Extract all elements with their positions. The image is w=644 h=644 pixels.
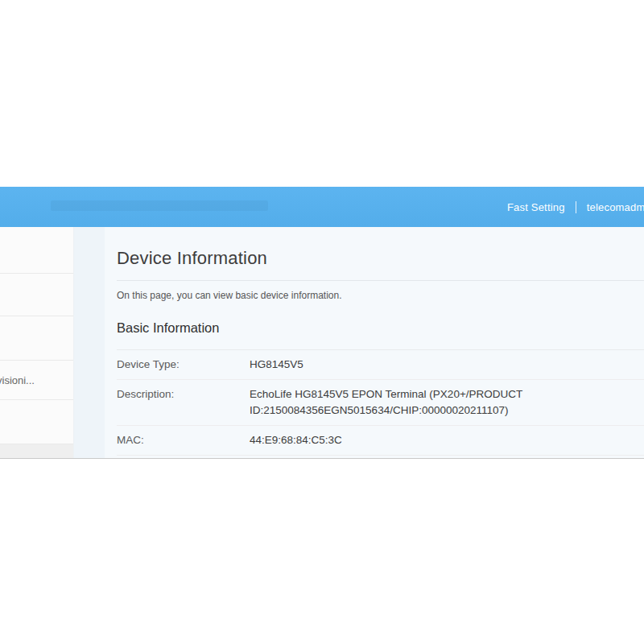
section-title-basic-information: Basic Information xyxy=(117,320,644,336)
sidebar-item-5[interactable] xyxy=(0,400,73,444)
row-value: EchoLife HG8145V5 EPON Terminal (PX20+/P… xyxy=(250,386,565,419)
header-watermark xyxy=(51,200,268,211)
page: Fast Setting telecomadmin visioni... Dev… xyxy=(0,0,644,644)
page-description: On this page, you can view basic device … xyxy=(117,290,644,301)
header-links: Fast Setting telecomadmin xyxy=(507,187,644,227)
row-value: HG8145V5 xyxy=(250,357,303,373)
table-row: MAC: 44:E9:68:84:C5:3C xyxy=(117,426,644,456)
title-divider xyxy=(117,280,644,281)
sidebar-item-label: visioni... xyxy=(0,374,35,386)
sidebar-item-provisioning[interactable]: visioni... xyxy=(0,361,73,400)
sidebar-item-1[interactable] xyxy=(0,227,73,274)
content-area: visioni... Device Information On this pa… xyxy=(0,227,644,459)
basic-info-table: Device Type: HG8145V5 Description: EchoL… xyxy=(117,349,644,459)
logged-in-user-link[interactable]: telecomadmin xyxy=(587,201,644,213)
sidebar-item-6[interactable] xyxy=(0,444,73,459)
top-navigation-bar: Fast Setting telecomadmin xyxy=(0,187,644,227)
table-row: Description: EchoLife HG8145V5 EPON Term… xyxy=(117,380,644,426)
row-label: Description: xyxy=(117,386,250,419)
sidebar-item-2[interactable] xyxy=(0,274,73,316)
page-title: Device Information xyxy=(117,248,644,269)
row-value: 44:E9:68:84:C5:3C xyxy=(250,432,342,448)
main-panel: Device Information On this page, you can… xyxy=(105,227,644,459)
row-label: MAC: xyxy=(117,432,250,448)
sidebar-item-3[interactable] xyxy=(0,316,73,361)
screenshot-crop-edge xyxy=(0,458,644,459)
row-label: Device Type: xyxy=(117,357,250,373)
sidebar-menu: visioni... xyxy=(0,227,74,459)
header-separator xyxy=(576,201,576,213)
table-row: Device Type: HG8145V5 xyxy=(117,350,644,380)
fast-setting-link[interactable]: Fast Setting xyxy=(507,201,565,213)
